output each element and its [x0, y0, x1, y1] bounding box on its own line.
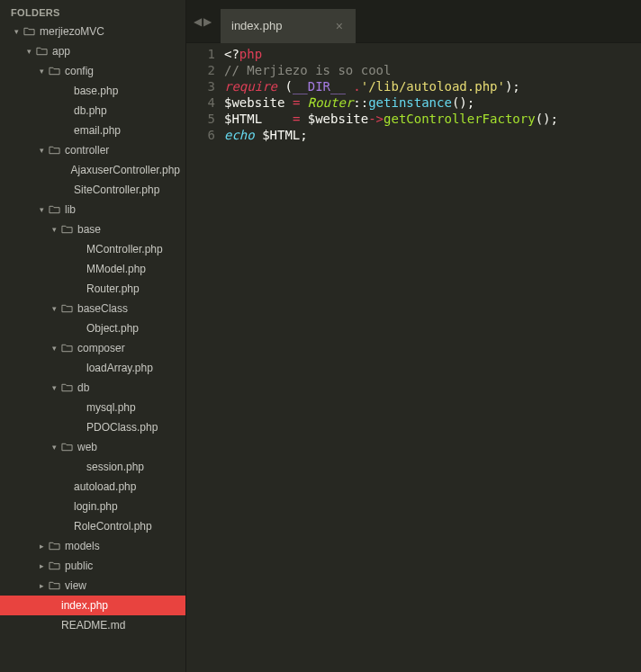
- code-token: [262, 112, 293, 126]
- folder-icon: [59, 383, 74, 392]
- disclosure-icon[interactable]: ▾: [49, 304, 59, 313]
- nav-forward-icon[interactable]: ▶: [203, 15, 212, 28]
- code-editor[interactable]: 123456 <?php// Merjiezo is so coolrequir…: [186, 43, 641, 672]
- code-token: [300, 112, 307, 126]
- disclosure-icon[interactable]: ▾: [36, 205, 47, 214]
- folder-item[interactable]: ▾controller: [0, 140, 185, 160]
- tree-item-label: baseClass: [77, 302, 128, 315]
- folder-item[interactable]: ▾merjiezoMVC: [0, 22, 185, 41]
- folder-item[interactable]: ▾config: [0, 61, 185, 81]
- folder-icon: [59, 344, 74, 353]
- file-item[interactable]: mysql.php: [0, 398, 185, 417]
- tree-item-label: config: [65, 65, 94, 77]
- tree-item-label: models: [65, 540, 100, 552]
- file-item[interactable]: base.php: [0, 81, 185, 101]
- folder-item[interactable]: ▾app: [0, 41, 185, 61]
- folder-icon: [47, 67, 61, 76]
- file-item[interactable]: autoload.php: [0, 477, 185, 497]
- code-line: $HTML = $website->getControllerFactory()…: [224, 111, 641, 127]
- code-token: $HTML: [262, 128, 300, 142]
- file-item[interactable]: email.php: [0, 121, 185, 140]
- code-token: .: [353, 79, 360, 94]
- disclosure-icon[interactable]: ▾: [49, 383, 59, 392]
- code-token: <?: [224, 47, 239, 61]
- tree-item-label: RoleControl.php: [74, 520, 152, 533]
- file-item[interactable]: index.php: [0, 596, 185, 615]
- file-item[interactable]: db.php: [0, 101, 185, 121]
- tree-item-label: PDOClass.php: [86, 421, 158, 434]
- file-tab[interactable]: index.php ×: [221, 9, 356, 43]
- file-item[interactable]: RoleControl.php: [0, 516, 185, 536]
- disclosure-icon[interactable]: ▸: [36, 581, 47, 590]
- tab-bar: ◀ ▶ index.php ×: [186, 0, 641, 43]
- folder-item[interactable]: ▾composer: [0, 338, 185, 358]
- folder-item[interactable]: ▾baseClass: [0, 299, 185, 318]
- code-token: // Merjiezo is so cool: [224, 63, 391, 77]
- folder-icon: [47, 581, 61, 590]
- tree-item-label: SiteController.php: [74, 184, 159, 196]
- code-token: '/lib/autoload.php': [361, 79, 505, 94]
- folder-item[interactable]: ▾base: [0, 220, 185, 239]
- nav-back-icon[interactable]: ◀: [194, 15, 202, 28]
- disclosure-icon[interactable]: ▾: [36, 67, 47, 76]
- file-item[interactable]: MModel.php: [0, 259, 185, 279]
- file-item[interactable]: loadArray.php: [0, 358, 185, 378]
- folder-icon: [22, 27, 36, 36]
- tree-item-label: index.php: [61, 599, 108, 612]
- code-token: ();: [452, 95, 474, 110]
- disclosure-icon[interactable]: ▸: [36, 561, 47, 570]
- tree-item-label: README.md: [61, 619, 125, 632]
- code-line: echo $HTML;: [224, 127, 641, 143]
- folder-item[interactable]: ▸public: [0, 556, 185, 576]
- code-token: php: [239, 47, 262, 61]
- file-item[interactable]: README.md: [0, 615, 185, 635]
- folder-icon: [34, 47, 49, 56]
- file-item[interactable]: login.php: [0, 497, 185, 516]
- disclosure-icon[interactable]: ▾: [49, 344, 59, 353]
- folder-item[interactable]: ▾web: [0, 437, 185, 457]
- file-item[interactable]: PDOClass.php: [0, 417, 185, 437]
- file-item[interactable]: AjaxuserController.php: [0, 160, 185, 180]
- tree-item-label: MModel.php: [86, 263, 146, 275]
- code-token: [284, 95, 292, 110]
- file-item[interactable]: MController.php: [0, 239, 185, 259]
- code-token: $website: [224, 95, 284, 110]
- code-line: $website = Router::getinstance();: [224, 94, 641, 111]
- folder-item[interactable]: ▸view: [0, 576, 185, 596]
- sidebar-header: FOLDERS: [0, 4, 185, 22]
- code-token: $website: [308, 112, 368, 126]
- disclosure-icon[interactable]: ▾: [36, 146, 47, 155]
- tree-item-label: view: [65, 579, 86, 592]
- line-number: 2: [186, 62, 215, 78]
- tree-item-label: db: [77, 381, 89, 394]
- disclosure-icon[interactable]: ▾: [23, 47, 34, 56]
- tree-item-label: composer: [77, 342, 125, 354]
- file-item[interactable]: SiteController.php: [0, 180, 185, 200]
- tree-item-label: session.php: [86, 461, 144, 473]
- code-content[interactable]: <?php// Merjiezo is so coolrequire (__DI…: [224, 46, 641, 672]
- code-token: ::: [353, 95, 368, 110]
- file-item[interactable]: session.php: [0, 457, 185, 477]
- disclosure-icon[interactable]: ▾: [11, 27, 22, 36]
- disclosure-icon[interactable]: ▸: [36, 542, 47, 551]
- folder-icon: [47, 205, 61, 214]
- code-line: <?php: [224, 46, 641, 62]
- tree-item-label: Router.php: [86, 282, 140, 295]
- folder-item[interactable]: ▸models: [0, 536, 185, 556]
- line-gutter: 123456: [186, 46, 224, 672]
- line-number: 3: [186, 78, 215, 94]
- folder-item[interactable]: ▾lib: [0, 200, 185, 220]
- code-token: getinstance: [368, 95, 452, 110]
- folder-sidebar: FOLDERS ▾merjiezoMVC▾app▾configbase.phpd…: [0, 0, 186, 672]
- tree-item-label: mysql.php: [86, 401, 136, 414]
- disclosure-icon[interactable]: ▾: [49, 225, 59, 234]
- tree-item-label: controller: [65, 144, 109, 157]
- close-icon[interactable]: ×: [334, 19, 345, 33]
- file-item[interactable]: Router.php: [0, 279, 185, 299]
- tab-label: index.php: [231, 19, 282, 32]
- file-item[interactable]: Object.php: [0, 318, 185, 338]
- editor-pane: ◀ ▶ index.php × 123456 <?php// Merjiezo …: [186, 0, 641, 672]
- code-token: ;: [300, 128, 307, 142]
- folder-item[interactable]: ▾db: [0, 378, 185, 398]
- disclosure-icon[interactable]: ▾: [49, 443, 59, 452]
